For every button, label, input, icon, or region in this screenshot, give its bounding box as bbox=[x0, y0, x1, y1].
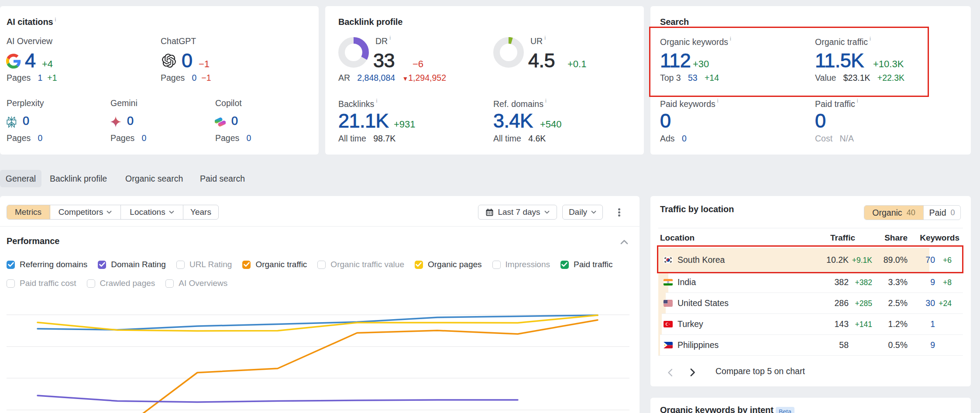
checkbox-checked-icon[interactable] bbox=[415, 261, 423, 269]
organic-keywords-by-intent-title: Organic keywords by intent bbox=[660, 405, 774, 413]
paid-keywords-value[interactable]: 0 bbox=[660, 110, 671, 132]
chatgpt-change: −1 bbox=[199, 59, 210, 70]
performance-card: Metrics Competitors Locations Years Last… bbox=[0, 196, 640, 413]
ai-citations-title: AI citations bbox=[7, 17, 53, 27]
ar-subrow: AR 2,848,084 ▼1,294,952 bbox=[338, 73, 446, 83]
info-icon[interactable]: i bbox=[55, 16, 56, 23]
checkbox-checked-icon[interactable] bbox=[242, 261, 251, 269]
pages-value[interactable]: 0 bbox=[247, 133, 251, 143]
ads-value[interactable]: 0 bbox=[682, 134, 687, 143]
toggle-organic[interactable]: Organic 40 bbox=[864, 206, 923, 220]
backlinks-label: Backlinks bbox=[338, 99, 374, 109]
granularity-button[interactable]: Daily bbox=[562, 205, 603, 220]
years-segment[interactable]: Years bbox=[183, 205, 218, 219]
tab-paid-search[interactable]: Paid search bbox=[200, 170, 245, 187]
performance-chart[interactable] bbox=[0, 283, 640, 413]
traffic-value: 58 bbox=[839, 340, 849, 350]
annotation-rect-search bbox=[649, 27, 929, 97]
metrics-segment[interactable]: Metrics bbox=[7, 205, 50, 219]
location-row-india[interactable]: India382+3823.3%9+8 bbox=[658, 272, 963, 293]
column-share[interactable]: Share bbox=[864, 233, 908, 243]
pages-label: Pages bbox=[161, 73, 185, 83]
traffic-change: +141 bbox=[855, 320, 872, 329]
pages-value[interactable]: 0 bbox=[38, 133, 43, 143]
collapse-chevron-up-icon[interactable] bbox=[620, 239, 628, 244]
backlinks-value[interactable]: 21.1K bbox=[338, 110, 389, 132]
location-row-turkey[interactable]: Turkey143+1411.2%1 bbox=[658, 313, 963, 334]
checkbox-unchecked-icon[interactable] bbox=[317, 261, 326, 269]
column-traffic[interactable]: Traffic bbox=[812, 233, 855, 243]
checkbox-unchecked-icon[interactable] bbox=[176, 261, 185, 269]
info-icon[interactable]: i bbox=[389, 34, 391, 41]
next-page-chevron-icon[interactable] bbox=[690, 368, 695, 377]
column-keywords[interactable]: Keywords bbox=[916, 233, 959, 243]
checkbox-checked-icon[interactable] bbox=[560, 261, 569, 269]
metric-checkbox-organic-pages[interactable]: Organic pages bbox=[415, 260, 482, 269]
info-icon[interactable]: i bbox=[376, 97, 377, 104]
metric-checkbox-paid-traffic[interactable]: Paid traffic bbox=[560, 260, 612, 269]
ar-change: ▼1,294,952 bbox=[402, 73, 446, 83]
keywords-change: +24 bbox=[939, 299, 952, 308]
organic-keywords-by-intent-card: Organic keywords by intent Beta bbox=[650, 398, 971, 413]
metric-checkbox-organic-traffic-value[interactable]: Organic traffic value bbox=[317, 260, 404, 269]
backlink-profile-title: Backlink profile bbox=[338, 17, 402, 27]
metric-checkbox-label: URL Rating bbox=[189, 260, 232, 269]
ai-overview-change: +4 bbox=[42, 59, 53, 70]
traffic-change: +285 bbox=[855, 299, 872, 308]
gemini-icon bbox=[110, 116, 121, 127]
locations-segment[interactable]: Locations bbox=[121, 205, 183, 219]
metric-checkbox-impressions[interactable]: Impressions bbox=[492, 260, 550, 269]
pages-value[interactable]: 0 bbox=[192, 73, 197, 83]
info-icon[interactable]: i bbox=[544, 34, 546, 41]
location-row-philippines[interactable]: Philippines580.5%9 bbox=[658, 334, 963, 355]
dr-value: 33 bbox=[373, 49, 395, 72]
pages-value[interactable]: 1 bbox=[38, 73, 43, 83]
gemini-value: 0 bbox=[127, 114, 134, 128]
pages-change: −1 bbox=[201, 73, 211, 83]
location-name: Philippines bbox=[677, 340, 719, 350]
chevron-down-icon bbox=[107, 210, 112, 214]
flag-turkey-icon bbox=[664, 321, 673, 327]
toggle-organic-label: Organic bbox=[872, 208, 902, 218]
info-icon[interactable]: i bbox=[545, 97, 547, 104]
tab-general[interactable]: General bbox=[0, 170, 41, 187]
pages-label: Pages bbox=[215, 133, 239, 143]
kebab-menu-icon[interactable] bbox=[616, 208, 622, 217]
chevron-down-icon bbox=[169, 210, 174, 214]
triangle-down-icon: ▼ bbox=[402, 75, 408, 82]
info-icon[interactable]: i bbox=[857, 97, 858, 104]
prev-page-chevron-icon[interactable] bbox=[667, 368, 673, 377]
kebab-dot bbox=[618, 211, 620, 213]
location-name: India bbox=[677, 277, 696, 287]
tab-label: General bbox=[6, 174, 36, 183]
search-title: Search bbox=[660, 17, 689, 27]
toggle-paid[interactable]: Paid 0 bbox=[923, 206, 960, 220]
tab-label: Backlink profile bbox=[50, 174, 107, 183]
tab-backlink-profile[interactable]: Backlink profile bbox=[50, 170, 107, 187]
info-icon[interactable]: i bbox=[717, 97, 719, 104]
traffic-by-location-title: Traffic by location bbox=[660, 204, 734, 214]
tab-organic-search[interactable]: Organic search bbox=[125, 170, 183, 187]
compare-top5-link[interactable]: Compare top 5 on chart bbox=[715, 366, 805, 376]
metric-checkbox-url-rating[interactable]: URL Rating bbox=[176, 260, 232, 269]
metric-checkbox-referring-domains[interactable]: Referring domains bbox=[7, 260, 87, 269]
metric-checkbox-label: Organic pages bbox=[428, 260, 482, 269]
backlinks-change: +931 bbox=[394, 119, 416, 130]
checkbox-checked-icon[interactable] bbox=[7, 261, 15, 269]
metric-checkbox-organic-traffic[interactable]: Organic traffic bbox=[242, 260, 307, 269]
pages-value[interactable]: 0 bbox=[142, 133, 147, 143]
segment-label: Competitors bbox=[58, 207, 103, 217]
checkbox-unchecked-icon[interactable] bbox=[492, 261, 501, 269]
keywords-value: 9 bbox=[930, 277, 935, 287]
metric-checkbox-domain-rating[interactable]: Domain Rating bbox=[98, 260, 166, 269]
ar-value[interactable]: 2,848,084 bbox=[357, 73, 395, 83]
paid-traffic-label: Paid traffic bbox=[815, 99, 855, 109]
date-range-button[interactable]: Last 7 days bbox=[478, 205, 557, 220]
location-row-united-states[interactable]: United States286+2852.5%30+24 bbox=[658, 293, 963, 313]
competitors-segment[interactable]: Competitors bbox=[50, 205, 121, 219]
pages-subrow: Pages 0 −1 bbox=[161, 73, 211, 83]
perplexity-label: Perplexity bbox=[7, 98, 44, 108]
ref-domains-value[interactable]: 3.4K bbox=[493, 110, 533, 132]
paid-traffic-value[interactable]: 0 bbox=[815, 110, 826, 132]
checkbox-checked-icon[interactable] bbox=[98, 261, 106, 269]
